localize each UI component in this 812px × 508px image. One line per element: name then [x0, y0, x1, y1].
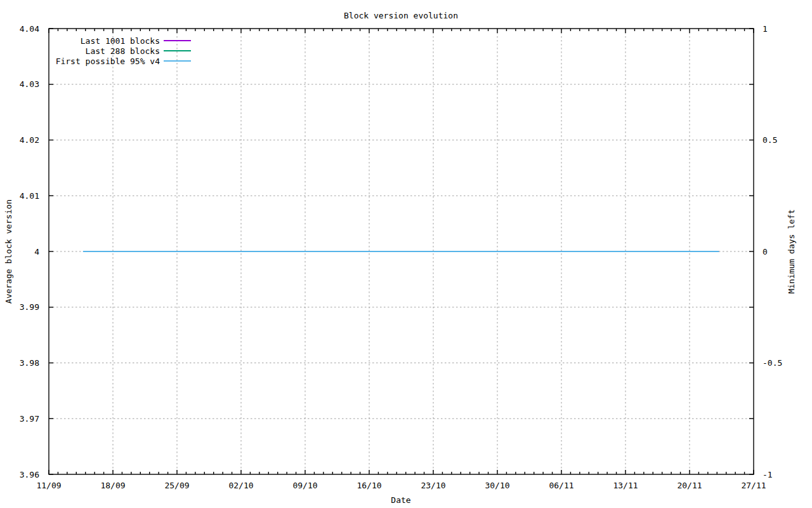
legend-label-last-288-blocks: Last 288 blocks — [86, 46, 160, 56]
x-tick-label: 25/09 — [164, 481, 189, 490]
y2-tick-label: 1 — [763, 24, 768, 34]
y-tick-label: 4.03 — [20, 79, 39, 89]
x-tick-label: 16/10 — [357, 481, 381, 490]
y-tick-label: 4 — [34, 247, 39, 257]
legend: Last 1001 blocks Last 288 blocks First p… — [56, 36, 191, 66]
y-tick-label: 4.04 — [20, 24, 39, 34]
legend-label-first-possible-95-v4: First possible 95% v4 — [56, 57, 160, 66]
block-version-chart: Block version evolution 4.0414.034.020.5… — [0, 0, 812, 508]
x-tick-label: 09/10 — [292, 481, 317, 490]
legend-label-last-1001-blocks: Last 1001 blocks — [81, 36, 160, 46]
x-tick-label: 23/10 — [421, 481, 445, 490]
y-tick-label: 3.96 — [20, 470, 39, 479]
y-tick-label: 3.99 — [20, 302, 39, 312]
tick-label-layer: 4.0414.034.020.54.01403.993.98-0.53.973.… — [20, 24, 783, 491]
x-tick-label: 02/10 — [228, 481, 253, 490]
y-tick-label: 4.01 — [20, 191, 39, 201]
chart-title: Block version evolution — [344, 11, 458, 20]
y2-axis-title: Minimum days left — [787, 209, 796, 293]
x-tick-label: 30/10 — [485, 481, 509, 490]
y2-tick-label: -0.5 — [763, 358, 782, 368]
y2-tick-label: 0 — [763, 247, 768, 257]
x-tick-label: 20/11 — [677, 481, 702, 490]
x-tick-label: 27/11 — [741, 481, 766, 490]
x-tick-label: 18/09 — [100, 481, 125, 490]
x-axis-title: Date — [391, 495, 410, 505]
x-tick-label: 11/09 — [36, 481, 61, 490]
y-tick-label: 4.02 — [20, 135, 39, 145]
y-tick-label: 3.97 — [20, 414, 39, 424]
y2-tick-label: 0.5 — [763, 135, 777, 145]
chart-window: Block version evolution 4.0414.034.020.5… — [0, 0, 812, 508]
x-tick-label: 06/11 — [549, 481, 573, 490]
y-axis-title: Average block version — [4, 199, 13, 304]
y-tick-label: 3.98 — [20, 358, 39, 368]
x-tick-label: 13/11 — [613, 481, 638, 490]
y2-tick-label: -1 — [763, 470, 773, 479]
